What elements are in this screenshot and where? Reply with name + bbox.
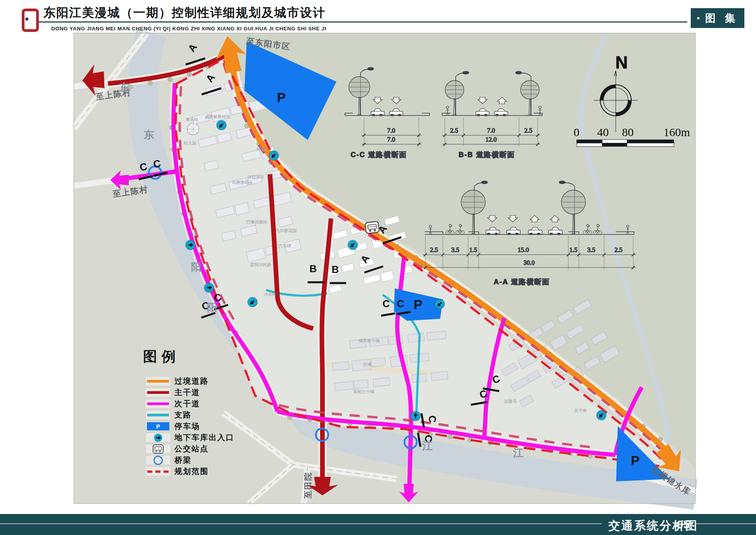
underground-garage-entrance-icon <box>435 299 445 309</box>
ferris-wheel <box>187 123 199 135</box>
legend-rows: 过境道路主干道次干道支路P停车场地下车库出入口公交站点桥梁规划范围 <box>117 376 234 477</box>
section-marker-letter: B <box>332 264 339 275</box>
dimension-value: 7.0 <box>487 127 495 134</box>
dimension-value: 3.5 <box>451 246 460 254</box>
legend-swatch-line <box>146 411 171 420</box>
river-name-label: 江 <box>513 447 524 459</box>
scale-label: 80 <box>622 126 634 138</box>
underground-garage-entrance-icon <box>597 411 606 420</box>
place-label: 天守阁 <box>574 408 587 413</box>
underground-garage-entrance-icon <box>204 283 214 293</box>
legend-label: 主干道 <box>174 387 200 398</box>
legend-swatch-garage <box>146 433 171 442</box>
dimension-value: 2.5 <box>615 246 623 254</box>
underground-garage-entrance-icon <box>269 151 279 161</box>
garage-entrance-icon <box>153 433 163 442</box>
place-label: 里阿尔托桥 <box>250 262 272 267</box>
river-name-label: 阳 <box>207 302 218 313</box>
page: PPP AAAABBCCCCCCCCCC 至东阳市区至上陈村至上陈村至横锦水库至… <box>0 0 756 535</box>
section-title: A-A 道路横断面 <box>494 278 550 286</box>
site-plan-map: PPP AAAABBCCCCCCCCCC 至东阳市区至上陈村至上陈村至横锦水库至… <box>0 0 756 535</box>
dimension-value: 3.5 <box>587 246 596 254</box>
legend-item: P停车场 <box>117 421 234 432</box>
underground-garage-entrance-icon <box>411 411 421 421</box>
legend-swatch-line <box>146 377 171 386</box>
place-label: 钟楼街 <box>256 147 270 152</box>
header-rule <box>22 21 687 23</box>
bridge-icon <box>153 456 163 465</box>
place-label: 摩天轮 <box>186 117 199 122</box>
section-title: B-B 道路横断面 <box>459 151 515 159</box>
scale-label: 0 <box>574 126 580 138</box>
place-label: 威斯敏斯特宫 <box>205 114 230 119</box>
dimension-value: 2.5 <box>450 127 458 134</box>
dimension-value: 7.0 <box>387 127 395 134</box>
dimension-value: 2.5 <box>430 246 438 254</box>
legend-label: 桥梁 <box>174 455 192 465</box>
page-title-pinyin: DONG YANG JIANG MEI MAN CHENG (YI QI) KO… <box>51 26 326 31</box>
legend-label: 过境道路 <box>174 376 209 386</box>
river-name-label: 东 <box>119 82 130 93</box>
section-marker-letter: C <box>397 298 404 309</box>
underground-garage-entrance-icon <box>348 240 358 250</box>
place-label: 沙滩 <box>363 362 371 367</box>
atlas-tab[interactable]: • 图 集 <box>691 8 744 28</box>
footer-page-number: 05 <box>677 518 690 531</box>
legend-swatch-bridge <box>146 456 171 465</box>
legend-item: 桥梁 <box>117 455 234 466</box>
river-name-label: 东 <box>143 129 154 141</box>
underground-garage-entrance-icon <box>186 240 195 250</box>
parking-label: P <box>414 297 423 312</box>
page-title: 东阳江美漫城（一期）控制性详细规划及城市设计 <box>44 5 326 21</box>
parking-label: P <box>631 453 640 468</box>
place-label: 英格兰小镇 <box>353 389 375 394</box>
compass-north-label: N <box>615 53 628 72</box>
legend-item: 主干道 <box>117 387 234 398</box>
place-label: 冲水街 <box>264 292 277 297</box>
place-label: 巴黎拱廊街 <box>246 220 268 224</box>
section-marker-letter: C <box>427 416 438 423</box>
legend-title: 图例 <box>143 347 234 366</box>
river-name-label: 阳 <box>191 261 202 273</box>
section-title: C-C 道路横断面 <box>351 151 407 159</box>
legend-label: 规划范围 <box>174 466 209 477</box>
legend-item: 公交站点 <box>117 443 234 455</box>
section-marker-letter: B <box>310 263 317 274</box>
section-marker-letter: C <box>383 298 390 309</box>
secondary-road <box>409 425 411 484</box>
dimension-value: 2.5 <box>524 127 533 134</box>
legend-panel: 图例 过境道路主干道次干道支路P停车场地下车库出入口公交站点桥梁规划范围 <box>117 347 234 477</box>
legend-item: 地下车库出入口 <box>117 432 234 443</box>
logo-dot-icon <box>25 17 28 21</box>
place-label: 幼儿园 <box>184 141 197 145</box>
dimension-value: 30.0 <box>524 259 535 266</box>
footer-bar: 交通系统分析图 05 <box>0 514 756 535</box>
parking-label: P <box>277 90 286 105</box>
bus-stop-icon <box>152 444 164 454</box>
atlas-bullet-icon: • <box>697 13 700 23</box>
underground-garage-entrance-icon <box>217 121 226 130</box>
edge-destination-label: 至田院 <box>303 472 312 499</box>
scale-label: 40 <box>597 126 609 138</box>
footer-rule-right <box>695 523 756 524</box>
place-label: 俄罗斯小镇 <box>359 338 380 343</box>
scale-label: 160m <box>664 126 690 138</box>
footer-rule-left <box>0 523 601 524</box>
legend-swatch-bus <box>146 444 171 453</box>
dimension-value: 12.0 <box>486 136 497 143</box>
legend-item: 规划范围 <box>117 466 234 477</box>
dimension-value: 15.0 <box>518 246 529 254</box>
legend-label: 支路 <box>174 410 192 420</box>
legend-swatch-dash <box>146 467 171 476</box>
legend-swatch-line <box>146 399 171 408</box>
atlas-label: 图 集 <box>705 11 739 25</box>
legend-label: 地下车库出入口 <box>174 432 234 443</box>
legend-label: 次干道 <box>174 399 200 409</box>
legend-label: 停车场 <box>174 421 200 432</box>
river-name-label: 江 <box>422 440 433 452</box>
logo-mark <box>22 9 39 32</box>
dimension-value: 7.0 <box>387 136 395 143</box>
place-label: 方尖碑 <box>279 243 291 248</box>
place-label: 法隆寺 <box>504 399 517 404</box>
dimension-value: 1.5 <box>570 246 578 254</box>
